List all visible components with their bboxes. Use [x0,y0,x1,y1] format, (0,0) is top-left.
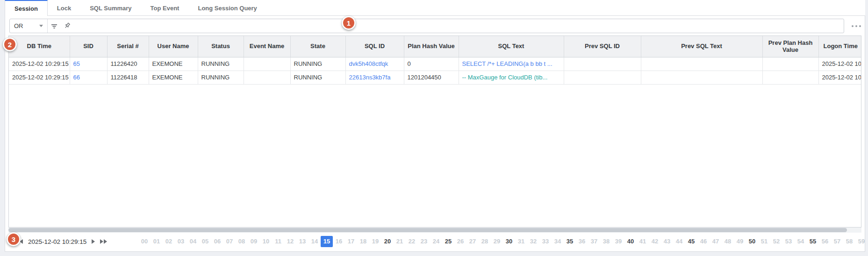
second-05[interactable]: 05 [199,236,211,247]
cell-prev-plan-hash-value [762,57,818,71]
second-51[interactable]: 51 [758,236,770,247]
column-header-prev-sql-id[interactable]: Prev SQL ID [564,36,641,57]
tab-top-event[interactable]: Top Event [141,0,189,15]
cell-event-name [244,57,290,71]
second-48[interactable]: 48 [722,236,734,247]
second-25[interactable]: 25 [442,236,454,247]
operator-select[interactable]: OR [10,19,47,33]
second-33[interactable]: 33 [539,236,552,247]
second-44[interactable]: 44 [673,236,685,247]
second-37[interactable]: 37 [588,236,600,247]
second-26[interactable]: 26 [454,236,466,247]
second-28[interactable]: 28 [479,236,491,247]
second-23[interactable]: 23 [418,236,430,247]
second-58[interactable]: 58 [843,236,855,247]
tab-session[interactable]: Session [5,0,48,16]
second-54[interactable]: 54 [795,236,807,247]
filter-input[interactable] [74,19,844,33]
second-20[interactable]: 20 [381,236,394,247]
second-10[interactable]: 10 [260,236,272,247]
second-04[interactable]: 04 [187,236,199,247]
second-29[interactable]: 29 [491,236,503,247]
more-options-button[interactable] [850,22,863,30]
second-08[interactable]: 08 [236,236,248,247]
second-07[interactable]: 07 [223,236,236,247]
second-12[interactable]: 12 [284,236,296,247]
second-11[interactable]: 11 [272,236,284,247]
second-40[interactable]: 40 [624,236,637,247]
tab-sql-summary[interactable]: SQL Summary [80,0,141,15]
second-14[interactable]: 14 [308,236,321,247]
second-46[interactable]: 46 [697,236,710,247]
column-header-prev-sql-text[interactable]: Prev SQL Text [641,36,762,57]
second-59[interactable]: 59 [855,236,868,247]
column-header-logon-time[interactable]: Logon Time [818,36,861,57]
second-34[interactable]: 34 [552,236,564,247]
column-header-event-name[interactable]: Event Name [244,36,290,57]
second-47[interactable]: 47 [710,236,722,247]
horizontal-scrollbar-thumb[interactable] [8,228,847,232]
second-02[interactable]: 02 [163,236,175,247]
second-43[interactable]: 43 [661,236,673,247]
second-35[interactable]: 35 [564,236,576,247]
cell-serial: 11226420 [107,57,149,71]
second-55[interactable]: 55 [807,236,819,247]
second-19[interactable]: 19 [369,236,381,247]
cell-sql-id[interactable]: 22613ns3kb7fa [345,71,404,84]
second-06[interactable]: 06 [211,236,223,247]
tab-lock[interactable]: Lock [48,0,80,15]
column-header-state[interactable]: State [290,36,345,57]
cell-sql-text[interactable]: -- MaxGauge for CloudDB (tib... [459,71,564,84]
second-39[interactable]: 39 [612,236,624,247]
second-53[interactable]: 53 [782,236,795,247]
cell-sid[interactable]: 65 [70,57,107,71]
second-56[interactable]: 56 [819,236,831,247]
column-header-db-time[interactable]: DB Time [9,36,70,57]
column-header-sid[interactable]: SID [70,36,107,57]
second-27[interactable]: 27 [466,236,479,247]
second-24[interactable]: 24 [430,236,442,247]
column-header-user-name[interactable]: User Name [149,36,198,57]
second-31[interactable]: 31 [515,236,527,247]
second-17[interactable]: 17 [345,236,357,247]
cell-sql-id[interactable]: dvk5h408ctfqk [345,57,404,71]
second-01[interactable]: 01 [151,236,163,247]
next-time-icon[interactable] [92,239,95,244]
second-18[interactable]: 18 [357,236,369,247]
second-16[interactable]: 16 [333,236,345,247]
column-header-serial[interactable]: Serial # [107,36,149,57]
second-30[interactable]: 30 [503,236,515,247]
pin-icon[interactable] [61,19,74,33]
second-13[interactable]: 13 [296,236,308,247]
column-header-status[interactable]: Status [198,36,244,57]
second-03[interactable]: 03 [175,236,187,247]
second-45[interactable]: 45 [685,236,697,247]
second-41[interactable]: 41 [637,236,649,247]
column-header-plan-hash-value[interactable]: Plan Hash Value [404,36,459,57]
second-42[interactable]: 42 [649,236,661,247]
column-header-prev-plan-hash-value[interactable]: Prev Plan Hash Value [762,36,818,57]
cell-sid[interactable]: 66 [70,71,107,84]
cell-sql-text[interactable]: SELECT /*+ LEADING(a b bb t ... [459,57,564,71]
cell-status: RUNNING [198,57,244,71]
caret-down-icon [39,25,43,27]
tab-long-session-query[interactable]: Long Session Query [188,0,266,15]
column-header-sql-id[interactable]: SQL ID [345,36,404,57]
filter-icon[interactable] [48,19,61,33]
second-38[interactable]: 38 [600,236,612,247]
second-15[interactable]: 15 [321,236,333,247]
second-57[interactable]: 57 [831,236,843,247]
fast-forward-icon[interactable] [100,239,107,244]
second-00[interactable]: 00 [138,236,151,247]
second-49[interactable]: 49 [734,236,746,247]
second-22[interactable]: 22 [406,236,418,247]
column-header-sql-text[interactable]: SQL Text [459,36,564,57]
second-21[interactable]: 21 [394,236,406,247]
second-32[interactable]: 32 [527,236,539,247]
second-36[interactable]: 36 [576,236,588,247]
annotation-badge-1: 1 [342,16,356,30]
second-50[interactable]: 50 [746,236,758,247]
cell-prev-sql-text [641,57,762,71]
second-09[interactable]: 09 [248,236,260,247]
second-52[interactable]: 52 [770,236,782,247]
